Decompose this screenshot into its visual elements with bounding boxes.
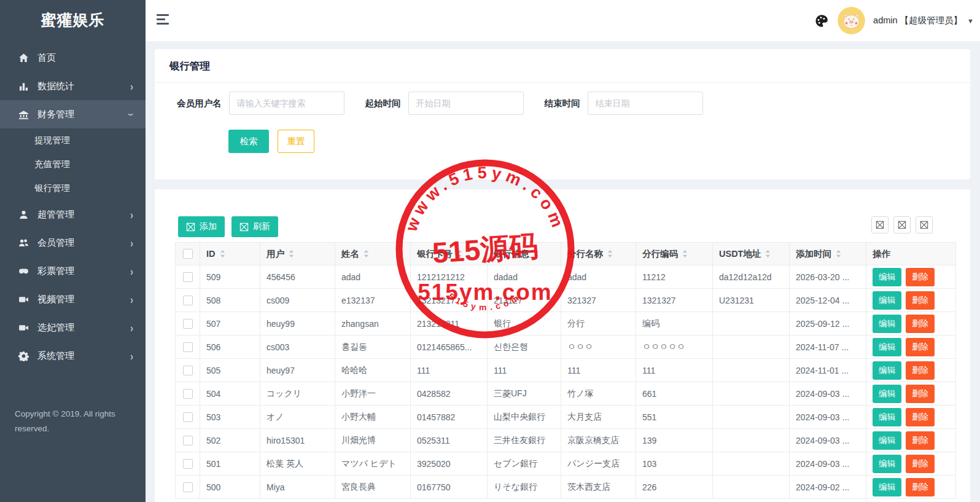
sort-icon[interactable]	[289, 249, 294, 258]
sort-icon[interactable]	[364, 249, 369, 258]
placeholder-icon	[876, 221, 884, 229]
username-input[interactable]	[229, 92, 344, 115]
reset-button[interactable]: 重置	[278, 130, 314, 153]
sidebar-item-superadmin[interactable]: 超管管理›	[0, 200, 146, 229]
delete-button[interactable]: 删除	[906, 338, 935, 356]
select-all-checkbox[interactable]	[183, 249, 193, 259]
chevron-right-icon: ›	[130, 208, 133, 221]
cell-branch: パンジー支店	[561, 452, 636, 476]
sort-icon[interactable]	[607, 249, 613, 258]
sidebar-item-lottery[interactable]: 彩票管理›	[0, 257, 146, 285]
delete-button[interactable]: 删除	[906, 268, 935, 286]
row-checkbox[interactable]	[183, 319, 193, 329]
delete-button[interactable]: 删除	[906, 361, 935, 380]
cell-time: 2025-09-12 ...	[790, 312, 866, 335]
delete-button[interactable]: 删除	[906, 291, 935, 310]
row-checkbox[interactable]	[183, 366, 193, 375]
column-header[interactable]: 用户	[260, 243, 335, 265]
cell-bank: dadad	[488, 265, 561, 289]
edit-button[interactable]: 编辑	[873, 268, 901, 286]
sort-icon[interactable]	[534, 249, 539, 258]
sidebar-subitem-withdraw[interactable]: 提现管理	[0, 128, 146, 152]
row-checkbox[interactable]	[183, 482, 193, 492]
cell-id: 507	[200, 312, 260, 335]
row-checkbox[interactable]	[183, 412, 193, 422]
sort-icon[interactable]	[836, 249, 841, 258]
row-checkbox[interactable]	[183, 296, 193, 305]
user-avatar[interactable]	[838, 7, 865, 34]
delete-button[interactable]: 删除	[906, 315, 935, 333]
row-checkbox[interactable]	[183, 436, 193, 445]
user-dropdown[interactable]: admin 【超级管理员】 ▼	[873, 15, 974, 26]
sidebar-item-system[interactable]: 系统管理›	[0, 342, 146, 370]
row-checkbox[interactable]	[183, 459, 193, 469]
cell-name: 小野大輔	[335, 406, 411, 429]
row-checkbox[interactable]	[183, 342, 193, 352]
sidebar-item-finance[interactable]: 财务管理›	[0, 100, 146, 128]
table-tool-button-2[interactable]	[893, 216, 911, 233]
column-header[interactable]: 分行编码	[636, 243, 713, 265]
cell-bank: 三菱UFJ	[488, 382, 561, 406]
sort-icon[interactable]	[220, 249, 225, 258]
theme-palette-icon[interactable]	[814, 13, 830, 29]
sidebar-subitem-bank[interactable]: 银行管理	[0, 176, 146, 200]
refresh-button[interactable]: 刷新	[231, 216, 278, 237]
cell-time: 2024-09-03 ...	[790, 382, 866, 406]
search-button[interactable]: 检索	[228, 130, 269, 153]
cell-bank: 신한은행	[488, 335, 561, 359]
delete-button[interactable]: 删除	[906, 408, 935, 426]
placeholder-icon	[186, 222, 195, 232]
sidebar-item-concubine[interactable]: 选妃管理›	[0, 313, 146, 342]
row-checkbox[interactable]	[183, 272, 193, 282]
edit-button[interactable]: 编辑	[873, 361, 901, 380]
gamepad-icon	[18, 266, 29, 276]
hamburger-menu-icon[interactable]	[157, 14, 170, 26]
column-header[interactable]: ID	[200, 243, 260, 265]
column-header[interactable]: USDT地址	[713, 243, 790, 265]
column-header[interactable]: 银行信息	[488, 243, 561, 265]
placeholder-icon	[239, 222, 249, 232]
column-header[interactable]: 银行卡号	[411, 243, 488, 265]
chevron-right-icon: ›	[130, 321, 133, 334]
edit-button[interactable]: 编辑	[873, 385, 901, 403]
delete-button[interactable]: 删除	[906, 385, 935, 403]
edit-button[interactable]: 编辑	[873, 291, 901, 310]
sidebar-item-label: 视频管理	[37, 294, 130, 305]
end-date-input[interactable]	[588, 92, 703, 115]
delete-button[interactable]: 删除	[906, 478, 935, 496]
edit-button[interactable]: 编辑	[873, 408, 901, 426]
table-tool-icons	[871, 216, 933, 233]
delete-button[interactable]: 删除	[906, 431, 935, 450]
sort-icon[interactable]	[457, 249, 462, 258]
table-tool-button-1[interactable]	[871, 216, 889, 233]
sort-icon[interactable]	[682, 249, 688, 258]
column-header[interactable]: 姓名	[335, 243, 411, 265]
cell-bank: セブン銀行	[488, 452, 561, 476]
cell-user: cs003	[260, 335, 335, 359]
edit-button[interactable]: 编辑	[873, 315, 901, 333]
add-button[interactable]: 添加	[178, 216, 225, 237]
table-tool-button-3[interactable]	[916, 216, 933, 233]
delete-button[interactable]: 删除	[906, 455, 935, 473]
cell-actions: 编辑删除	[866, 289, 956, 312]
edit-button[interactable]: 编辑	[873, 431, 901, 450]
edit-button[interactable]: 编辑	[873, 478, 901, 496]
sidebar-item-stats[interactable]: 数据统计›	[0, 72, 146, 100]
edit-button[interactable]: 编辑	[873, 338, 901, 356]
sidebar-subitem-recharge[interactable]: 充值管理	[0, 152, 146, 176]
sidebar-item-video[interactable]: 视频管理›	[0, 285, 146, 313]
cell-code: 139	[636, 429, 713, 452]
column-header[interactable]: 分行名称	[561, 243, 636, 265]
table-row: 500Miya宮良長典0167750りそな銀行茨木西支店2262024-09-0…	[176, 476, 956, 499]
sidebar-item-members[interactable]: 会员管理›	[0, 229, 146, 257]
edit-button[interactable]: 编辑	[873, 455, 901, 473]
sidebar-item-home[interactable]: 首页	[0, 44, 146, 72]
gear-icon	[18, 351, 29, 361]
column-header[interactable]: 添加时间	[790, 243, 866, 265]
row-checkbox[interactable]	[183, 389, 193, 399]
start-date-input[interactable]	[408, 92, 524, 115]
sort-icon[interactable]	[765, 249, 771, 258]
brand-logo: 蜜獾娱乐	[0, 0, 146, 41]
cell-card: 0428582	[411, 382, 488, 406]
cell-time: 2024-09-03 ...	[790, 429, 866, 452]
